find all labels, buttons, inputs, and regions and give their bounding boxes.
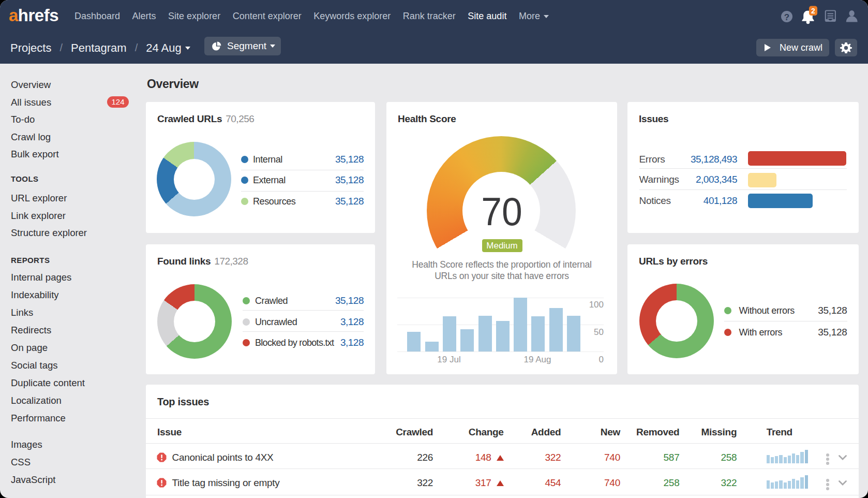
svg-text:2: 2 bbox=[811, 7, 815, 15]
svg-text:?: ? bbox=[784, 12, 789, 22]
